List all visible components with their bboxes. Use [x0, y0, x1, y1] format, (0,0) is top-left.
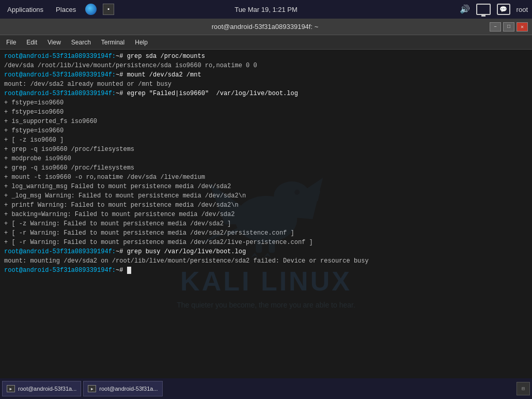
- terminal-line-4: root@android-53f31a089339194f:~# egrep "…: [4, 89, 528, 98]
- terminal-line-2: root@android-53f31a089339194f:~# mount /…: [4, 70, 528, 80]
- user-label: root: [517, 6, 528, 13]
- top-bar-right: 🔊 💬 root: [460, 4, 528, 15]
- menu-edit[interactable]: Edit: [22, 37, 41, 48]
- terminal-line-11: + modprobe iso9660: [4, 154, 528, 163]
- terminal-line-13: + mount -t iso9660 -o ro,noatime /dev/sd…: [4, 173, 528, 182]
- terminal-lines: root@android-53f31a089339194f:~# grep sd…: [4, 52, 528, 275]
- terminal-line-10: + grep -q iso9660 /proc/filesystems: [4, 145, 528, 154]
- datetime-display: Tue Mar 19, 1:21 PM: [234, 6, 298, 13]
- terminal-line-3: mount: /dev/sda2 already mounted or /mnt…: [4, 80, 528, 89]
- taskbar-item-0[interactable]: ▶ root@android-53f31a...: [2, 381, 81, 396]
- top-bar-left: Applications Places ▪: [4, 4, 114, 15]
- taskbar-icon-0: ▶: [7, 385, 15, 392]
- terminal-line-17: + backing=Warning: Failed to mount persi…: [4, 210, 528, 219]
- kali-tagline: The quieter you become, the more you are…: [177, 301, 355, 309]
- terminal-window: root@android-53f31a089339194f: ~ – □ ✕ F…: [0, 19, 532, 378]
- terminal-line-5: + fstype=iso9660: [4, 98, 528, 108]
- minimize-button[interactable]: –: [490, 22, 501, 32]
- menu-terminal[interactable]: Terminal: [97, 37, 129, 48]
- menu-view[interactable]: View: [43, 37, 65, 48]
- top-bar: Applications Places ▪ Tue Mar 19, 1:21 P…: [0, 0, 532, 19]
- applications-menu[interactable]: Applications: [4, 5, 46, 14]
- volume-icon[interactable]: 🔊: [460, 4, 470, 14]
- terminal-line-9: + [ -z iso9660 ]: [4, 135, 528, 145]
- taskbar-label-0: root@android-53f31a...: [18, 386, 76, 392]
- globe-icon[interactable]: [85, 4, 97, 15]
- speech-icon[interactable]: 💬: [497, 4, 510, 15]
- terminal-line-0: root@android-53f31a089339194f:~# grep sd…: [4, 52, 528, 61]
- terminal-line-20: + [ -r Warning: Failed to mount persiste…: [4, 238, 528, 247]
- terminal-line-21: root@android-53f31a089339194f:~# grep bu…: [4, 247, 528, 256]
- taskbar-label-1: root@android-53f31a...: [99, 386, 158, 392]
- taskbar-corner-button[interactable]: ⊞: [517, 382, 530, 395]
- terminal-line-15: + _log_msg Warning: Failed to mount pers…: [4, 191, 528, 201]
- taskbar-right: ⊞: [517, 382, 530, 395]
- terminal-line-8: + fstype=iso9660: [4, 126, 528, 135]
- terminal-line-6: + fstype=iso9660: [4, 108, 528, 117]
- terminal-line-22: mount: mounting /dev/sda2 on /root/lib/l…: [4, 256, 528, 266]
- terminal-line-18: + [ -z Warning: Failed to mount persiste…: [4, 219, 528, 228]
- window-title: root@android-53f31a089339194f: ~: [40, 23, 490, 30]
- terminal-line-12: + grep -q iso9660 /proc/filesystems: [4, 163, 528, 173]
- terminal-launcher-icon[interactable]: ▪: [103, 4, 114, 15]
- close-button[interactable]: ✕: [517, 22, 528, 32]
- places-menu[interactable]: Places: [53, 5, 79, 14]
- network-icon[interactable]: [476, 4, 491, 15]
- terminal-line-16: + printf Warning: Failed to mount persis…: [4, 201, 528, 210]
- menu-file[interactable]: File: [2, 37, 20, 48]
- menu-bar: File Edit View Search Terminal Help: [0, 35, 532, 50]
- terminal-line-19: + [ -r Warning: Failed to mount persiste…: [4, 228, 528, 238]
- terminal-line-14: + log_warning_msg Failed to mount persis…: [4, 182, 528, 191]
- menu-help[interactable]: Help: [131, 37, 152, 48]
- taskbar-icon-1: ▶: [88, 385, 96, 392]
- terminal-line-1: /dev/sda /root/lib/live/mount/persistenc…: [4, 61, 528, 70]
- terminal-content[interactable]: KALI LINUX The quieter you become, the m…: [0, 50, 532, 378]
- terminal-line-23: root@android-53f31a089339194f:~#: [4, 266, 528, 275]
- window-controls: – □ ✕: [490, 22, 528, 32]
- terminal-line-7: + is_supported_fs iso9660: [4, 117, 528, 126]
- taskbar-item-1[interactable]: ▶ root@android-53f31a...: [83, 381, 162, 396]
- maximize-button[interactable]: □: [503, 22, 514, 32]
- menu-search[interactable]: Search: [67, 37, 95, 48]
- taskbar: ▶ root@android-53f31a... ▶ root@android-…: [0, 378, 532, 399]
- title-bar: root@android-53f31a089339194f: ~ – □ ✕: [0, 19, 532, 35]
